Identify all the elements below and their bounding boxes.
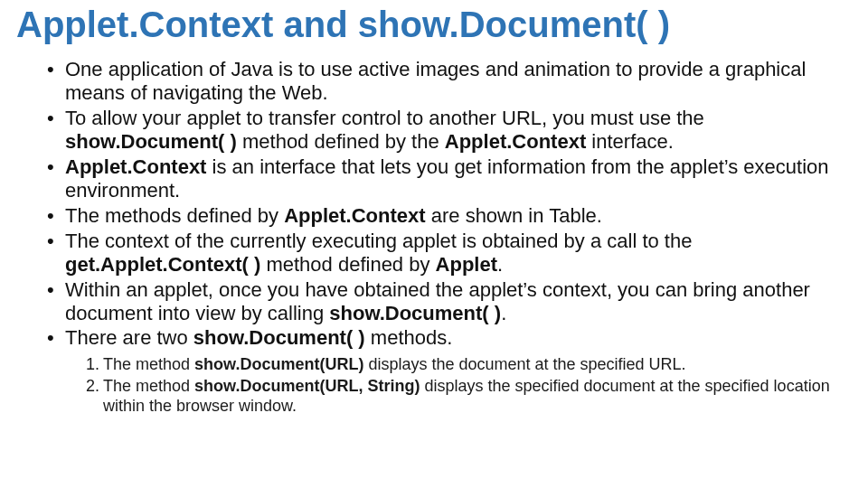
bullet-item: There are two show.Document( ) methods. <box>65 326 844 350</box>
text: There are two <box>65 326 193 349</box>
bold-text: show.Document( ) <box>65 130 237 153</box>
bold-text: show.Document(URL) <box>194 355 363 373</box>
bullet-item: Applet.Context is an interface that lets… <box>65 155 844 202</box>
sub-item: The method show.Document(URL) displays t… <box>103 355 834 375</box>
bold-text: show.Document( ) <box>193 326 365 349</box>
text: The method <box>103 377 194 395</box>
bold-text: show.Document( ) <box>329 302 501 324</box>
bold-text: show.Document(URL, String) <box>194 377 420 395</box>
bullet-item: One application of Java is to use active… <box>65 58 844 105</box>
text: methods. <box>365 326 453 349</box>
bullet-item: To allow your applet to transfer control… <box>65 107 844 154</box>
text: method defined by <box>260 253 435 276</box>
text: are shown in Table. <box>426 204 602 227</box>
text: displays the document at the specified U… <box>363 355 685 373</box>
bullet-item: Within an applet, once you have obtained… <box>65 278 844 325</box>
bullet-item: The methods defined by Applet.Context ar… <box>65 204 844 228</box>
sub-item: The method show.Document(URL, String) di… <box>103 377 834 417</box>
bold-text: Applet.Context <box>445 130 586 153</box>
text: . <box>497 253 503 276</box>
text: The methods defined by <box>65 204 284 227</box>
bold-text: get.Applet.Context( ) <box>65 253 260 276</box>
text: To allow your applet to transfer control… <box>65 107 704 129</box>
bold-text: Applet <box>436 253 497 276</box>
text: One application of Java is to use active… <box>65 58 806 104</box>
bold-text: Applet.Context <box>65 155 206 178</box>
numbered-sublist: The method show.Document(URL) displays t… <box>16 355 852 417</box>
text: . <box>501 302 506 324</box>
text: interface. <box>586 130 674 153</box>
bullet-item: The context of the currently executing a… <box>65 230 844 277</box>
slide: Applet.Context and show.Document( ) One … <box>0 0 868 488</box>
text: The method <box>103 355 194 373</box>
text: method defined by the <box>237 130 445 153</box>
text: The context of the currently executing a… <box>65 230 692 252</box>
bold-text: Applet.Context <box>284 204 425 227</box>
bullet-list: One application of Java is to use active… <box>16 58 852 350</box>
slide-title: Applet.Context and show.Document( ) <box>16 4 852 45</box>
